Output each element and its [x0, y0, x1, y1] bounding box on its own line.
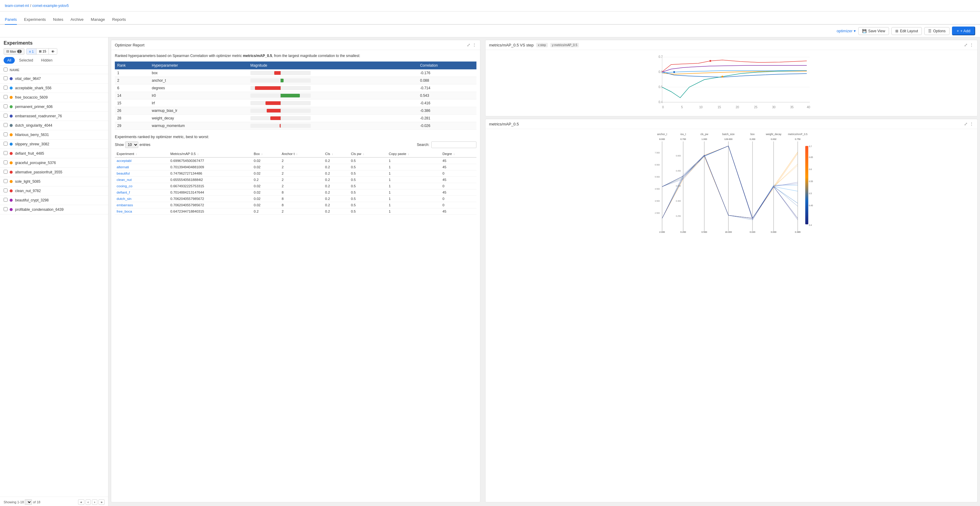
experiment-checkbox[interactable] [4, 114, 8, 118]
list-view-btn[interactable]: ≡ 1 [27, 49, 37, 54]
eye-toggle-btn[interactable]: 👁 [49, 49, 57, 54]
exp-link[interactable]: alternati [117, 165, 129, 169]
exp-name-cell[interactable]: free_boca [115, 208, 169, 215]
list-item[interactable]: dutch_singularity_4044 [0, 121, 108, 130]
team-link[interactable]: team-comet-ml [5, 4, 29, 8]
parallel-more-icon[interactable]: ⋮ [969, 121, 974, 126]
optimizer-dropdown[interactable]: optimizer ▾ [837, 29, 856, 33]
exp-link[interactable]: free_boca [117, 209, 132, 213]
experiment-checkbox[interactable] [4, 179, 8, 183]
experiment-checkbox[interactable] [4, 132, 8, 136]
parallel-expand-icon[interactable]: ⤢ [964, 121, 968, 126]
experiment-checkbox[interactable] [4, 188, 8, 192]
list-item[interactable]: slippery_shrew_3082 [0, 140, 108, 149]
tab-notes[interactable]: Notes [53, 14, 63, 25]
experiment-checkbox[interactable] [4, 160, 8, 164]
experiment-color-dot [10, 124, 13, 127]
options-button[interactable]: ☰ Options [924, 27, 949, 35]
experiment-checkbox[interactable] [4, 123, 8, 127]
table-row: clean_nut 0.65555405618884l2 0.2 2 0.2 0… [115, 177, 476, 183]
rank-cell: 28 [115, 115, 150, 122]
list-item[interactable]: defiant_fruit_4485 [0, 149, 108, 158]
show-label: Show [115, 143, 124, 147]
more-icon[interactable]: ⋮ [472, 43, 476, 47]
linechart-expand-icon[interactable]: ⤢ [964, 43, 968, 47]
experiment-checkbox[interactable] [4, 76, 8, 80]
exp-name-cell[interactable]: defiant_f [115, 189, 169, 196]
tab-experiments[interactable]: Experiments [24, 14, 46, 25]
exp-name-cell[interactable]: cooing_co [115, 183, 169, 189]
degre-cell: 45 [441, 164, 476, 170]
exp-link[interactable]: clean_nut [117, 178, 132, 182]
tab-selected[interactable]: Selected [15, 57, 37, 64]
experiment-name: hilarious_berry_5631 [15, 132, 49, 137]
correlation-cell: -0.281 [418, 115, 476, 122]
experiment-checkbox[interactable] [4, 198, 8, 202]
exp-name-cell[interactable]: acceptabl [115, 157, 169, 164]
exp-link[interactable]: embarrass [117, 203, 133, 207]
save-view-button[interactable]: 💾 Save View [858, 27, 889, 35]
tab-hidden[interactable]: Hidden [37, 57, 56, 64]
experiment-checkbox[interactable] [4, 170, 8, 174]
exp-link[interactable]: defiant_f [117, 191, 130, 194]
tab-reports[interactable]: Reports [112, 14, 126, 25]
edit-layout-button[interactable]: ⊞ Edit Layout [891, 27, 922, 35]
anchor-t-cell: 2 [280, 164, 323, 170]
content-area: Optimizer Report ⤢ ⋮ Ranked hyperparamet… [108, 37, 980, 506]
exp-name-cell[interactable]: dutch_sin [115, 196, 169, 202]
list-item[interactable]: free_bocaccio_5609 [0, 93, 108, 102]
select-all-checkbox[interactable] [4, 67, 8, 72]
parallel-actions: ⤢ ⋮ [964, 121, 974, 126]
next-page-btn[interactable]: › [92, 500, 97, 505]
tab-manage[interactable]: Manage [91, 14, 105, 25]
list-item[interactable]: acceptable_shark_556 [0, 83, 108, 93]
linechart-more-icon[interactable]: ⋮ [969, 43, 974, 47]
expand-icon[interactable]: ⤢ [467, 43, 471, 47]
rank-cell: 6 [115, 85, 150, 92]
add-button[interactable]: + + Add [952, 27, 975, 35]
search-input[interactable] [431, 141, 476, 148]
tab-archive[interactable]: Archive [70, 14, 83, 25]
cls-cell: 0.2 [323, 196, 349, 202]
list-item[interactable]: beautiful_crypt_3298 [0, 196, 108, 205]
exp-link[interactable]: cooing_co [117, 184, 132, 188]
exp-link[interactable]: dutch_sin [117, 197, 131, 201]
filter-button[interactable]: ⊟ filter 1 [4, 48, 24, 54]
exp-link[interactable]: beautiful [117, 172, 130, 175]
page-size-select[interactable] [25, 500, 32, 505]
list-item[interactable]: sole_light_5085 [0, 177, 108, 186]
project-link[interactable]: comet-example-yolov5 [32, 4, 69, 8]
experiment-checkbox[interactable] [4, 86, 8, 89]
first-page-btn[interactable]: « [78, 500, 84, 505]
last-page-btn[interactable]: » [99, 500, 105, 505]
grid-view-btn[interactable]: ⊞ 15 [37, 49, 49, 54]
list-item[interactable]: embarrassed_roadrunner_76 [0, 112, 108, 121]
experiment-checkbox[interactable] [4, 151, 8, 155]
list-item[interactable]: hilarious_berry_5631 [0, 130, 108, 140]
list-item[interactable]: alternative_passionfruit_3555 [0, 168, 108, 177]
experiment-checkbox[interactable] [4, 104, 8, 108]
experiment-checkbox[interactable] [4, 142, 8, 146]
exp-name-cell[interactable]: beautiful [115, 170, 169, 177]
svg-text:1.000: 1.000 [701, 138, 707, 140]
experiment-checkbox[interactable] [4, 95, 8, 99]
experiment-checkbox[interactable] [4, 207, 8, 211]
tab-panels[interactable]: Panels [5, 14, 17, 25]
list-item[interactable]: permanent_primer_606 [0, 102, 108, 112]
exp-name-cell[interactable]: clean_nut [115, 177, 169, 183]
name-column-header: NAME [10, 68, 19, 72]
prev-page-btn[interactable]: ‹ [86, 500, 91, 505]
sidebar-header: Experiments ⊟ filter 1 ≡ 1 ⊞ 15 👁 All Se… [0, 37, 108, 66]
degre-cell: 45 [441, 157, 476, 164]
exp-name-cell[interactable]: embarrass [115, 202, 169, 208]
list-item[interactable]: profitable_condensation_6439 [0, 205, 108, 214]
entries-select[interactable]: 10 [125, 141, 138, 148]
options-icon: ☰ [928, 29, 931, 33]
experiment-name: dutch_singularity_4044 [15, 123, 52, 128]
list-item[interactable]: graceful_porcupine_5376 [0, 158, 108, 168]
exp-link[interactable]: acceptabl [117, 159, 131, 163]
list-item[interactable]: clean_nut_9782 [0, 186, 108, 196]
exp-name-cell[interactable]: alternati [115, 164, 169, 170]
tab-all[interactable]: All [4, 57, 15, 64]
list-item[interactable]: vital_otter_9647 [0, 74, 108, 83]
